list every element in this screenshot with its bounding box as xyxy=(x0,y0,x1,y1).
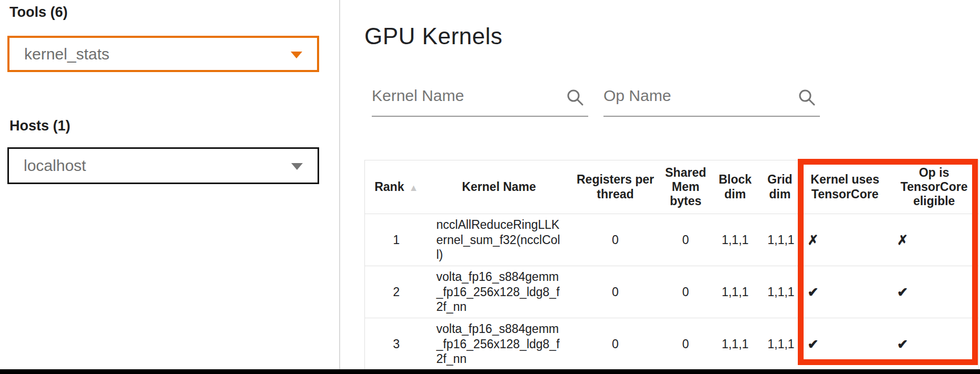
cell-rank: 3 xyxy=(365,318,428,370)
kernel-name-input[interactable] xyxy=(372,79,559,113)
cell-block-dim: 1,1,1 xyxy=(711,214,760,266)
cell-kernel-uses-tensorcore: ✔ xyxy=(800,318,890,370)
chevron-down-icon xyxy=(291,52,302,58)
cell-grid-dim: 1,1,1 xyxy=(760,266,800,318)
column-header-kernel-name[interactable]: Kernel Name xyxy=(428,160,570,214)
cell-kernel-name: volta_fp16_s884gemm_fp16_256x128_ldg8_f2… xyxy=(428,318,570,370)
cell-grid-dim: 1,1,1 xyxy=(760,214,800,266)
table-row[interactable]: 1ncclAllReduceRingLLKernel_sum_f32(ncclC… xyxy=(365,214,979,266)
kernel-stats-table: Rank▲Kernel NameRegisters per threadShar… xyxy=(364,160,979,370)
bottom-border-bar xyxy=(0,369,980,374)
cell-kernel-name: volta_fp16_s884gemm_fp16_256x128_ldg8_f2… xyxy=(428,266,570,318)
column-header-block-dim[interactable]: Block dim xyxy=(711,160,760,214)
cell-grid-dim: 1,1,1 xyxy=(760,318,800,370)
cell-shared-mem-bytes: 0 xyxy=(661,266,711,318)
column-header-kernel-uses-tensorcore[interactable]: Kernel uses TensorCore xyxy=(800,160,890,214)
column-header-registers-per-thread[interactable]: Registers per thread xyxy=(570,160,661,214)
cell-kernel-uses-tensorcore: ✗ xyxy=(800,214,890,266)
tools-label: Tools (6) xyxy=(9,4,68,21)
cell-op-is-tensorcore-eligible: ✔ xyxy=(890,266,979,318)
cell-registers-per-thread: 0 xyxy=(570,318,661,370)
table-header-row: Rank▲Kernel NameRegisters per threadShar… xyxy=(365,160,979,214)
kernel-name-filter xyxy=(372,79,588,117)
cell-kernel-name: ncclAllReduceRingLLKernel_sum_f32(ncclCo… xyxy=(428,214,570,266)
cell-rank: 1 xyxy=(365,214,428,266)
chevron-down-icon xyxy=(291,163,303,170)
column-header-op-is-tensorcore-eligible[interactable]: Op is TensorCore eligible xyxy=(890,160,979,214)
column-header-rank[interactable]: Rank▲ xyxy=(365,160,428,214)
tools-dropdown[interactable]: kernel_stats xyxy=(7,36,319,72)
cell-shared-mem-bytes: 0 xyxy=(661,318,711,370)
hosts-dropdown-value: localhost xyxy=(24,157,86,175)
cell-shared-mem-bytes: 0 xyxy=(661,214,711,266)
cell-block-dim: 1,1,1 xyxy=(711,266,760,318)
sort-asc-icon: ▲ xyxy=(409,183,418,193)
column-header-grid-dim[interactable]: Grid dim xyxy=(760,160,800,214)
cell-registers-per-thread: 0 xyxy=(570,266,661,318)
op-name-filter xyxy=(603,79,820,117)
table-row[interactable]: 3volta_fp16_s884gemm_fp16_256x128_ldg8_f… xyxy=(365,318,979,370)
search-icon xyxy=(565,87,585,107)
page-title: GPU Kernels xyxy=(364,23,502,49)
tools-dropdown-value: kernel_stats xyxy=(24,45,110,63)
hosts-dropdown[interactable]: localhost xyxy=(7,147,319,184)
search-icon xyxy=(797,87,817,107)
column-header-shared-mem-bytes[interactable]: Shared Mem bytes xyxy=(661,160,711,214)
cell-kernel-uses-tensorcore: ✔ xyxy=(800,266,890,318)
op-name-input[interactable] xyxy=(603,79,790,113)
cell-rank: 2 xyxy=(365,266,428,318)
cell-op-is-tensorcore-eligible: ✗ xyxy=(890,214,979,266)
hosts-label: Hosts (1) xyxy=(9,118,71,134)
cell-registers-per-thread: 0 xyxy=(570,214,661,266)
sidebar: Tools (6) kernel_stats Hosts (1) localho… xyxy=(0,0,340,374)
cell-op-is-tensorcore-eligible: ✔ xyxy=(890,318,979,370)
table-row[interactable]: 2volta_fp16_s884gemm_fp16_256x128_ldg8_f… xyxy=(365,266,979,318)
cell-block-dim: 1,1,1 xyxy=(711,318,760,370)
